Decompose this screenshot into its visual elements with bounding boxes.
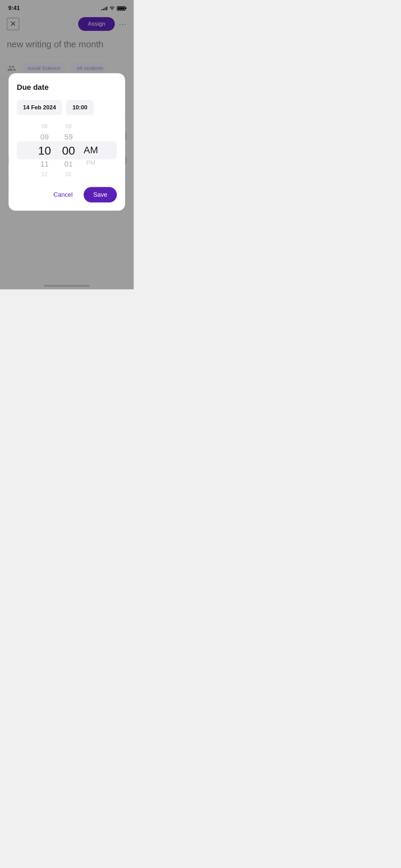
picker-container: 08 09 10 11 12 58 59 00 01 02 AM PM bbox=[17, 122, 117, 179]
modal-actions: Cancel Save bbox=[17, 187, 117, 202]
ampm-spacer-2 bbox=[90, 133, 92, 143]
hour-near-above: 09 bbox=[40, 131, 49, 143]
ampm-selected: AM bbox=[84, 143, 98, 158]
date-selector-button[interactable]: 14 Feb 2024 bbox=[17, 100, 62, 115]
minute-far-below: 02 bbox=[65, 170, 72, 179]
date-time-row: 14 Feb 2024 10:00 bbox=[17, 100, 117, 115]
hour-far-below: 12 bbox=[41, 170, 48, 179]
ampm-spacer-3 bbox=[90, 168, 92, 178]
save-button[interactable]: Save bbox=[84, 187, 117, 202]
hour-far-above: 08 bbox=[41, 122, 48, 131]
ampm-other: PM bbox=[86, 158, 96, 168]
minute-near-above: 59 bbox=[64, 131, 73, 143]
hour-selected: 10 bbox=[38, 143, 51, 158]
cancel-button[interactable]: Cancel bbox=[48, 188, 78, 202]
minute-near-below: 01 bbox=[64, 158, 73, 170]
hours-column[interactable]: 08 09 10 11 12 bbox=[33, 122, 57, 179]
due-date-modal: Due date 14 Feb 2024 10:00 08 09 10 11 1… bbox=[9, 73, 125, 211]
ampm-spacer-1 bbox=[90, 123, 92, 133]
modal-title: Due date bbox=[17, 83, 117, 92]
minutes-column[interactable]: 58 59 00 01 02 bbox=[57, 122, 81, 179]
minute-far-above: 58 bbox=[65, 122, 72, 131]
ampm-column[interactable]: AM PM bbox=[81, 123, 101, 178]
hour-near-below: 11 bbox=[40, 158, 49, 170]
time-picker: 08 09 10 11 12 58 59 00 01 02 AM PM bbox=[17, 122, 117, 179]
minute-selected: 00 bbox=[62, 143, 75, 158]
time-selector-button[interactable]: 10:00 bbox=[66, 100, 93, 115]
